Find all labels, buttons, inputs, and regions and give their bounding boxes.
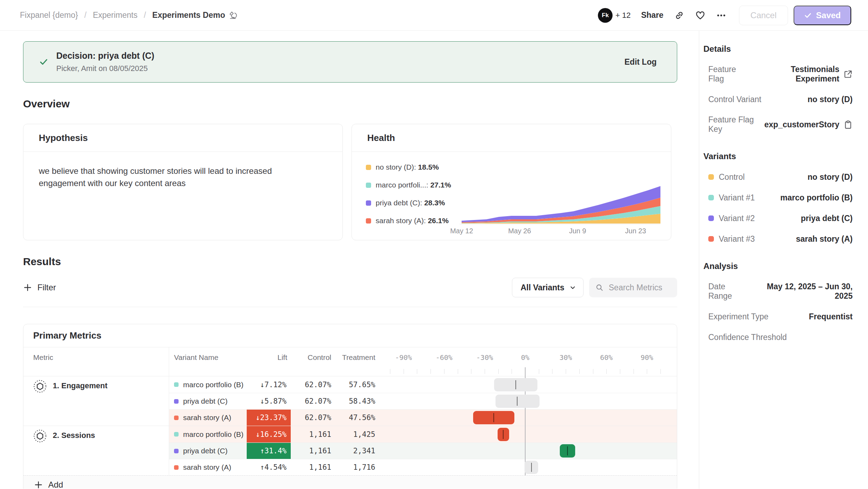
- treatment-cell: 2,341: [335, 443, 379, 459]
- add-metric-button[interactable]: Add: [23, 475, 677, 489]
- search-metrics-input[interactable]: [608, 283, 671, 293]
- sidebar-row-value: May 12, 2025 – Jun 30, 2025: [750, 282, 853, 301]
- edit-log-button[interactable]: Edit Log: [624, 57, 657, 67]
- hypothesis-title: Hypothesis: [39, 133, 88, 143]
- chart-x-tick-label: Jun 23: [625, 227, 646, 235]
- axis-minor-tick: [390, 369, 390, 374]
- sidebar-row-label: Control: [719, 172, 745, 182]
- variant-color-dot: [174, 432, 179, 437]
- lift-cell: ↓7.12%: [247, 376, 291, 393]
- sidebar-section-title: Analysis: [702, 261, 853, 271]
- breadcrumb-item-3[interactable]: Experiments Demo: [152, 10, 237, 20]
- sidebar-section-details: DetailsFeature FlagTestimonials Experime…: [702, 44, 853, 134]
- metric-cell[interactable]: 1. Engagement: [23, 376, 169, 426]
- variant-filter-dropdown[interactable]: All Variants: [512, 278, 584, 297]
- sidebar-row: Controlno story (D): [702, 172, 853, 182]
- control-cell: 62.07%: [291, 393, 335, 409]
- add-metric-label: Add: [48, 480, 63, 489]
- variant-name: marco portfolio (B): [183, 430, 244, 439]
- variant-name-cell: priya debt (C): [169, 393, 247, 409]
- axis-minor-tick: [552, 369, 552, 374]
- sidebar-row-value: Frequentist: [809, 312, 853, 321]
- metric-cell[interactable]: 2. Sessions: [23, 426, 169, 475]
- chart-x-tick-label: May 26: [508, 227, 531, 235]
- axis-minor-tick: [512, 369, 512, 374]
- column-variant-name: Variant Name: [169, 353, 247, 362]
- axis-minor-tick: [579, 369, 580, 374]
- avatar[interactable]: Fk: [598, 8, 613, 23]
- confidence-interval-bar: [496, 395, 540, 408]
- variant-name-cell: marco portfolio (B): [169, 426, 247, 442]
- sidebar-row-value: exp_customerStory: [764, 120, 839, 129]
- table-row[interactable]: sarah story (A)↑4.54%1,1611,716: [169, 459, 677, 475]
- sidebar-row-label: Experiment Type: [708, 312, 768, 321]
- add-filter-button[interactable]: Filter: [23, 283, 56, 292]
- table-row[interactable]: marco portfolio (B)↓7.12%62.07%57.65%: [169, 376, 677, 393]
- legend-item: sarah story (A): 26.1%: [366, 217, 460, 225]
- sidebar-section-analysis: AnalysisDate RangeMay 12, 2025 – Jun 30,…: [702, 261, 853, 342]
- variant-color-chip: [708, 195, 714, 200]
- decision-check-icon: [39, 57, 49, 67]
- table-row[interactable]: sarah story (A)↓23.37%62.07%47.56%: [169, 409, 677, 426]
- variant-name: marco portfolio (B): [183, 381, 244, 389]
- ci-axis-label: -30%: [476, 353, 493, 362]
- search-metrics-box[interactable]: [589, 278, 677, 297]
- ci-axis-label: 60%: [600, 353, 613, 362]
- clipboard-icon[interactable]: [844, 120, 853, 129]
- table-header-row: Metric Variant Name Lift Control Treatme…: [23, 347, 677, 367]
- more-options-icon[interactable]: [716, 10, 726, 21]
- sidebar-row: Control Variantno story (D): [702, 94, 853, 104]
- stacked-area-chart: [460, 184, 660, 224]
- breadcrumb-item-1[interactable]: Fixpanel {demo}: [20, 10, 78, 20]
- ci-axis-labels: -90%-60%-30%0%30%60%90%: [379, 347, 677, 367]
- confidence-interval-bar: [498, 428, 509, 441]
- variant-name-cell: sarah story (A): [169, 410, 247, 426]
- table-row[interactable]: priya debt (C)↓5.87%62.07%58.43%: [169, 393, 677, 409]
- sidebar-row-label: Control Variant: [708, 95, 761, 104]
- sidebar-section-title: Variants: [702, 151, 853, 161]
- decision-subtitle: Picker, Amit on 08/05/2025: [56, 64, 154, 73]
- control-cell: 1,161: [291, 459, 335, 475]
- table-row[interactable]: marco portfolio (B)↓16.25%1,1611,425: [169, 426, 677, 442]
- breadcrumb-item-2[interactable]: Experiments: [93, 10, 138, 20]
- variant-color-dot: [174, 416, 179, 420]
- sidebar-section-variants: VariantsControlno story (D)Variant #1mar…: [702, 151, 853, 244]
- confidence-interval-cell: [379, 410, 677, 426]
- health-card: Health no story (D): 18.5%marco portfoli…: [352, 124, 671, 240]
- sidebar-row: Variant #2priya debt (C): [702, 213, 853, 223]
- control-cell: 62.07%: [291, 410, 335, 426]
- share-button[interactable]: Share: [641, 10, 664, 20]
- sidebar-row: Confidence Threshold: [702, 332, 853, 342]
- legend-color-chip: [366, 165, 371, 170]
- health-chart: May 12May 26Jun 9Jun 23: [460, 184, 660, 235]
- column-lift: Lift: [247, 353, 291, 362]
- saved-button[interactable]: Saved: [794, 6, 851, 25]
- sidebar-row: Date RangeMay 12, 2025 – Jun 30, 2025: [702, 282, 853, 301]
- filter-label: Filter: [37, 283, 56, 292]
- control-cell: 1,161: [291, 426, 335, 442]
- metric-name: 1. Engagement: [53, 381, 107, 390]
- confidence-interval-bar: [473, 411, 514, 424]
- collaborator-count[interactable]: + 12: [615, 11, 630, 20]
- metric-column-divider: [169, 347, 169, 475]
- external-link-icon[interactable]: [844, 70, 853, 79]
- copy-link-icon[interactable]: [674, 10, 685, 21]
- axis-minor-tick: [417, 369, 417, 374]
- variant-color-dot: [174, 449, 179, 453]
- treatment-cell: 1,425: [335, 426, 379, 442]
- chart-x-axis: May 12May 26Jun 9Jun 23: [460, 224, 660, 235]
- table-row[interactable]: priya debt (C)↑31.4%1,1612,341: [169, 442, 677, 459]
- axis-minor-tick: [606, 369, 607, 374]
- sidebar-row: Feature Flag Keyexp_customerStory: [702, 115, 853, 134]
- favorite-heart-icon[interactable]: [695, 10, 706, 21]
- legend-color-chip: [366, 183, 371, 188]
- search-icon: [595, 283, 603, 292]
- column-treatment: Treatment: [335, 353, 379, 362]
- sidebar-row-value: no story (D): [808, 95, 853, 104]
- plus-icon: [23, 283, 32, 292]
- cancel-button[interactable]: Cancel: [739, 6, 788, 25]
- lift-point-tick: [515, 380, 516, 389]
- metric-group: 1. Engagementmarco portfolio (B)↓7.12%62…: [23, 376, 677, 426]
- legend-color-chip: [366, 218, 371, 224]
- ci-axis-ticks: [23, 367, 677, 376]
